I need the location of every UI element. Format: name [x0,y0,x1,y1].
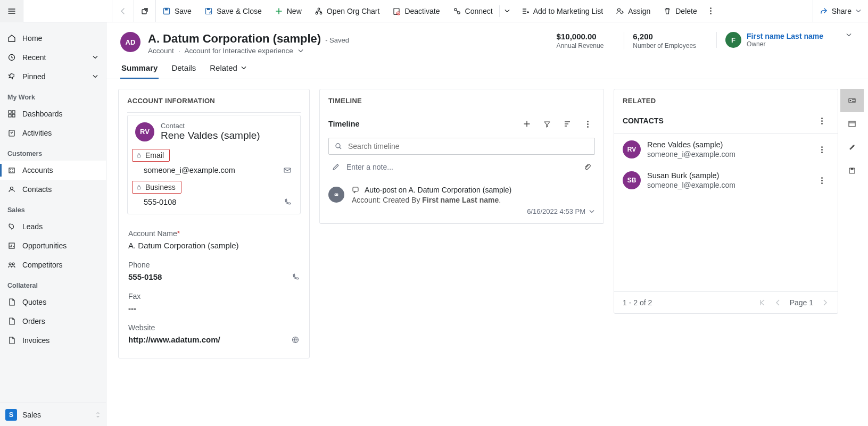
right-rail [840,89,864,182]
deactivate-button[interactable]: Deactivate [386,0,446,22]
mail-icon[interactable] [283,166,292,174]
sidebar-item-dashboards[interactable]: Dashboards [0,104,106,123]
delete-button[interactable]: Delete [657,0,703,22]
rail-card-button[interactable] [840,89,864,112]
chevron-updown-icon [95,411,101,419]
back-button[interactable] [112,0,134,22]
timeline-item[interactable]: Auto-post on A. Datum Corporation (sampl… [320,182,604,223]
sidebar-item-home[interactable]: Home [0,29,106,48]
sidebar: Home Recent Pinned My Work Dashboards Ac… [0,22,106,426]
contact-label: Contact [161,122,260,130]
owner-link[interactable]: First name Last name [747,32,823,40]
related-contact-row[interactable]: SB Susan Burk (sample)someone_l@example.… [614,165,838,196]
sidebar-item-opportunities[interactable]: Opportunities [0,236,106,255]
field-phone[interactable]: Phone 555-0158 [127,255,301,287]
open-org-chart-button[interactable]: Open Org Chart [308,0,386,22]
timeline-sort-button[interactable] [560,116,575,131]
share-button[interactable]: Share [813,0,868,22]
form-tabs: Summary Details Related [106,55,868,79]
sidebar-item-contacts[interactable]: Contacts [0,180,106,199]
page-next-icon[interactable] [821,298,829,307]
home-icon [7,34,16,43]
save-button[interactable]: Save [156,0,198,22]
attachment-button[interactable] [583,163,592,171]
save-close-button[interactable]: Save & Close [198,0,268,22]
chevron-down-icon [241,65,247,71]
sidebar-item-accounts[interactable]: Accounts [0,161,106,180]
sidebar-item-quotes[interactable]: Quotes [0,293,106,312]
sidebar-item-pinned[interactable]: Pinned [0,67,106,86]
contact-quick-card: RV Contact Rene Valdes (sample) Email so… [127,115,301,214]
dashboard-icon [7,110,16,118]
save-icon [848,166,856,175]
add-marketing-list-button[interactable]: Add to Marketing List [515,0,610,22]
connect-button[interactable]: Connect [447,0,499,22]
popout-button[interactable] [134,0,155,22]
area-label: Sales [22,411,41,419]
timeline-filter-button[interactable] [540,116,555,131]
field-website[interactable]: Website http://www.adatum.com/ [127,318,301,349]
phone-icon[interactable] [283,198,292,206]
tab-related[interactable]: Related [209,63,248,79]
sidebar-item-orders[interactable]: Orders [0,312,106,331]
chevron-down-icon[interactable] [589,208,595,215]
kebab-icon [818,143,826,156]
timeline-search-input[interactable] [347,141,589,151]
timeline-search[interactable] [328,138,595,155]
timeline-more-button[interactable] [580,116,595,131]
related-row-more[interactable] [814,142,829,157]
form-selector-chevron-icon[interactable] [297,48,304,54]
tab-summary[interactable]: Summary [120,63,159,79]
related-row-more[interactable] [814,173,829,188]
panel-icon [848,120,856,128]
clock-icon [7,53,16,62]
rail-wrench-button[interactable] [840,136,864,159]
contact-icon [7,185,16,194]
connect-dropdown[interactable] [500,0,515,22]
new-button[interactable]: New [268,0,308,22]
sidebar-item-activities[interactable]: Activities [0,123,106,143]
header-expand-chevron[interactable] [835,32,854,38]
sidebar-section-sales: Sales [0,199,106,217]
hamburger-button[interactable] [0,0,23,22]
owner-label: Owner [747,40,823,48]
area-switcher[interactable]: S Sales [0,403,106,426]
sidebar-item-competitors[interactable]: Competitors [0,255,106,274]
sidebar-item-leads[interactable]: Leads [0,217,106,236]
sidebar-item-recent[interactable]: Recent [0,48,106,67]
related-contact-row[interactable]: RV Rene Valdes (sample)someone_i@example… [614,134,838,165]
globe-icon[interactable] [291,336,300,344]
sidebar-section-customers: Customers [0,143,106,161]
rail-panel-button[interactable] [840,112,864,136]
contact-name[interactable]: Rene Valdes (sample) [161,130,260,141]
chevron-down-icon [92,73,98,80]
sidebar-section-collateral: Collateral [0,274,106,293]
document-icon [7,317,16,325]
sidebar-section-mywork: My Work [0,86,106,104]
timeline-note-input[interactable]: Enter a note... [328,158,595,176]
form-label: Account for Interactive experience [185,47,293,55]
owner-block: F First name Last nameOwner [716,32,823,48]
sidebar-item-invoices[interactable]: Invoices [0,331,106,350]
stat-employees: 6,200Number of Employees [624,32,705,49]
timeline-section: TIMELINE Timeline Enter a note... [319,89,604,224]
card-icon [848,96,856,105]
field-fax[interactable]: Fax --- [127,287,301,318]
wrench-icon [848,143,856,152]
overflow-button[interactable] [704,0,718,22]
rail-save-button[interactable] [840,159,864,182]
activities-icon [7,129,16,137]
phone-icon[interactable] [291,273,300,281]
contact-business-phone[interactable]: 555-0108 [144,198,278,206]
related-contacts-more[interactable] [814,113,829,128]
field-account-name[interactable]: Account Name* A. Datum Corporation (samp… [127,224,301,255]
related-contacts-title: CONTACTS [623,116,664,125]
related-count: 1 - 2 of 2 [623,298,652,307]
page-first-icon[interactable] [758,298,766,307]
timeline-add-button[interactable] [519,116,534,131]
page-prev-icon[interactable] [774,298,782,307]
assign-button[interactable]: Assign [609,0,657,22]
tab-details[interactable]: Details [170,63,197,79]
contact-email[interactable]: someone_i@example.com [144,166,278,174]
related-footer: 1 - 2 of 2 Page 1 [614,291,838,313]
